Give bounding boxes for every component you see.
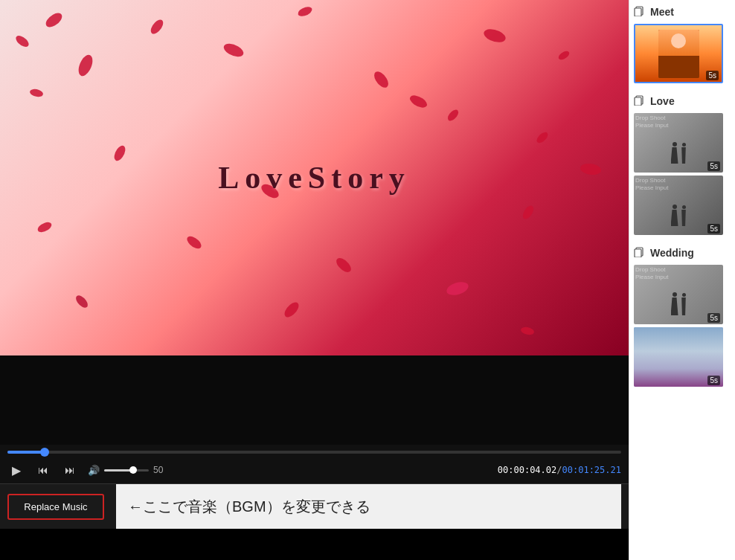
petal [520, 204, 536, 220]
time-total: 00:01:25.21 [562, 465, 621, 475]
volume-slider-track[interactable] [104, 469, 149, 472]
petal [520, 325, 535, 337]
silhouette-figures-3 [671, 292, 687, 315]
thumbnail-love-2[interactable]: Drop ShootPlease Input 5s [634, 176, 723, 235]
thumbnail-love-1[interactable]: Drop ShootPlease Input 5s [634, 113, 723, 173]
petal [222, 40, 245, 60]
volume-slider-thumb[interactable] [129, 466, 137, 474]
thumbnail-duration: 5s [707, 376, 720, 385]
video-title: LoveStory [218, 160, 411, 196]
copy-icon-love [634, 95, 646, 107]
thumbnail-wedding-2[interactable]: 5s [634, 327, 723, 387]
petal [446, 281, 469, 297]
petal [36, 221, 54, 234]
copy-icon-meet [634, 6, 646, 18]
timeline-container [0, 445, 629, 457]
time-separator: / [556, 465, 562, 475]
thumbnail-duration: 5s [706, 71, 719, 80]
section-title-meet: Meet [650, 6, 674, 18]
section-header-love: Love [634, 95, 731, 107]
petal [580, 161, 603, 178]
petal [148, 18, 166, 36]
time-display: 00:00:04.02/00:01:25.21 [498, 465, 621, 475]
volume-icon: 🔊 [88, 465, 100, 476]
replace-music-button[interactable]: Replace Music [7, 494, 104, 520]
controls-bar: ▶ ⏮ ⏭ 🔊 50 00:00:04.02/00:01:25.21 [0, 457, 629, 483]
video-lower-area [0, 355, 629, 445]
petal [408, 92, 429, 111]
section-header-wedding: Wedding [634, 247, 731, 259]
timeline-bar[interactable] [7, 451, 621, 454]
timeline-thumb[interactable] [40, 448, 49, 457]
thumb-overlay-2: Drop ShootPlease Input [634, 176, 723, 193]
main-area: LoveStory ▶ ⏮ ⏭ 🔊 50 00:00:0 [0, 0, 629, 560]
petal [43, 11, 65, 30]
video-background: LoveStory [0, 0, 629, 355]
prev-frame-icon: ⏮ [38, 464, 48, 476]
volume-value: 50 [153, 465, 163, 475]
prev-frame-button[interactable]: ⏮ [34, 461, 52, 479]
next-frame-icon: ⏭ [65, 464, 75, 476]
thumbnail-wedding-1[interactable]: Drop ShootPlease Input 5s [634, 265, 723, 324]
sidebar-section-wedding: Wedding Drop ShootPlease Input 5s 5s [629, 241, 735, 393]
sidebar-section-meet: Meet 5s [629, 0, 735, 89]
video-container[interactable]: LoveStory [0, 0, 629, 355]
next-frame-button[interactable]: ⏭ [61, 461, 79, 479]
petal [74, 293, 89, 310]
thumbnail-duration: 5s [707, 224, 720, 234]
thumb-overlay-3: Drop ShootPlease Input [634, 265, 723, 282]
petal [185, 234, 203, 251]
play-button[interactable]: ▶ [7, 461, 25, 479]
petal [482, 25, 507, 45]
svg-rect-3 [635, 97, 641, 106]
sidebar: Meet 5s Love [629, 0, 735, 560]
petal [282, 300, 302, 319]
thumb-overlay-1: Drop ShootPlease Input [634, 113, 723, 130]
petal [334, 255, 353, 275]
volume-control: 🔊 50 [88, 465, 163, 476]
thumbnail-duration: 5s [707, 313, 720, 323]
svg-rect-5 [635, 249, 641, 257]
play-icon: ▶ [12, 463, 21, 477]
silhouette-figures-2 [671, 205, 687, 226]
thumbnail-duration: 5s [707, 161, 720, 171]
bottom-hint: ←ここで音楽（BGM）を変更できる [116, 484, 621, 529]
petal [297, 6, 313, 18]
petal [372, 69, 391, 91]
sidebar-section-love: Love Drop ShootPlease Input 5s Drop Shoo… [629, 89, 735, 241]
timeline-progress [7, 451, 45, 454]
svg-rect-1 [635, 8, 641, 16]
petal [535, 131, 550, 145]
petal [29, 87, 44, 99]
silhouette-figures-1 [671, 142, 687, 164]
time-current: 00:00:04.02 [498, 465, 556, 475]
copy-icon-wedding [634, 247, 646, 259]
bottom-bar: Replace Music ←ここで音楽（BGM）を変更できる [0, 483, 629, 529]
section-header-meet: Meet [634, 6, 731, 18]
petal [14, 33, 31, 50]
section-title-wedding: Wedding [650, 247, 694, 259]
petal [446, 108, 460, 122]
section-title-love: Love [650, 95, 675, 107]
petal [75, 53, 97, 78]
thumbnail-meet-1[interactable]: 5s [634, 24, 723, 83]
petal [112, 144, 128, 163]
petal [557, 50, 571, 61]
